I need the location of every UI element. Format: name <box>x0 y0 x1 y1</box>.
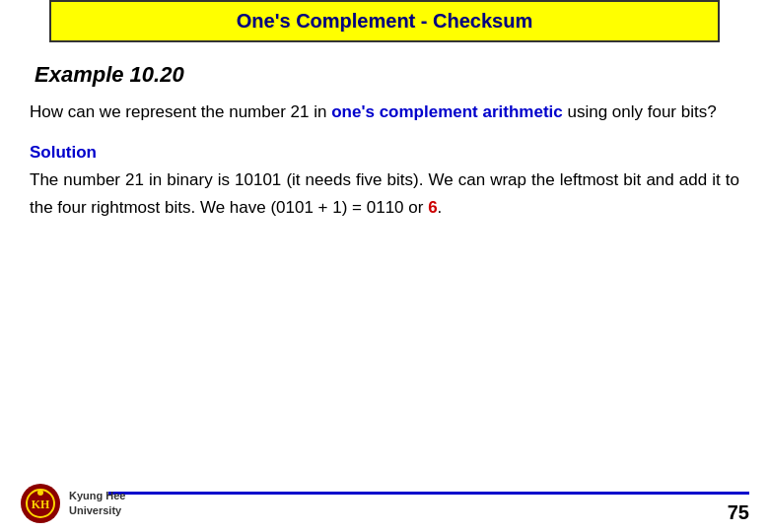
example-heading: Example 10.20 <box>30 62 739 88</box>
page-number: 75 <box>728 501 749 524</box>
question-text: How can we represent the number 21 in on… <box>30 100 739 125</box>
question-highlight1: one's <box>331 102 375 121</box>
slide-title: One's Complement - Checksum <box>237 10 532 32</box>
question-part3: using only four bits? <box>563 102 717 121</box>
svg-text:KH: KH <box>32 498 50 511</box>
university-logo-image: KH <box>20 483 61 524</box>
slide-container: One's Complement - Checksum Example 10.2… <box>0 0 769 532</box>
solution-label: Solution <box>30 143 739 163</box>
university-logo: KH Kyung Hee University <box>20 483 125 524</box>
solution-text: The number 21 in binary is 10101 (it nee… <box>30 166 739 220</box>
question-part1: How can we represent the number 21 in <box>30 102 331 121</box>
university-name: Kyung Hee University <box>69 489 125 519</box>
question-part2: complement arithmetic <box>375 102 563 121</box>
solution-body: The number 21 in binary is 10101 (it nee… <box>30 170 739 216</box>
title-bar: One's Complement - Checksum <box>49 0 720 42</box>
footer: KH Kyung Hee University 75 <box>0 483 769 532</box>
solution-highlight: 6 <box>428 198 437 217</box>
solution-end: . <box>438 198 443 217</box>
svg-point-3 <box>37 490 43 496</box>
